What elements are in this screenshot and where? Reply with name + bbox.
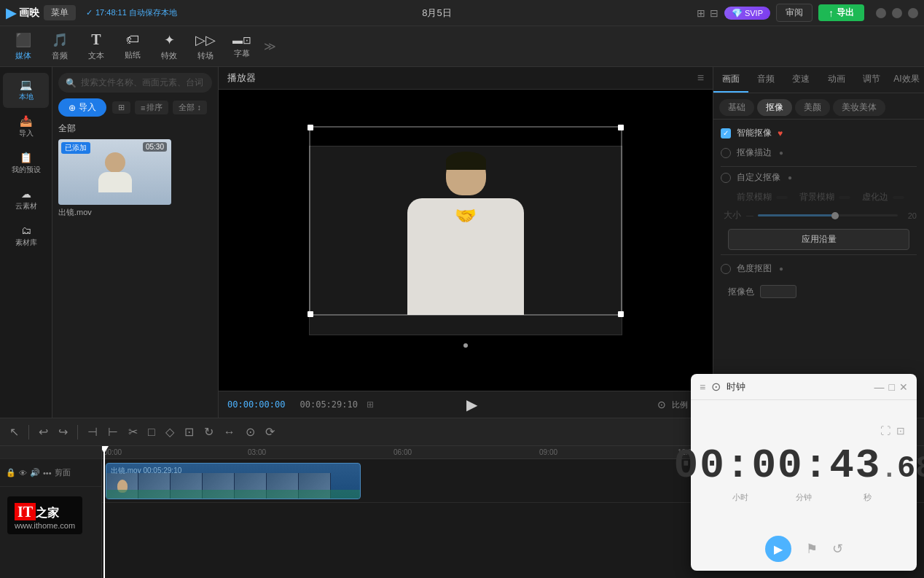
tool-text[interactable]: T 文本 [79,28,114,64]
right-subtab-basic[interactable]: 基础 [719,99,754,116]
review-button[interactable]: 审阅 [776,4,813,22]
right-subtab-beauty[interactable]: 美妆美体 [833,99,885,116]
custom-portrait-toggle-row: 自定义抠像 ● [721,171,917,184]
right-tab-animation[interactable]: 动画 [819,67,854,93]
timecode-options-icon[interactable]: ⊞ [367,399,374,410]
text-icon: T [91,31,101,48]
export-button[interactable]: ↑ 导出 [818,4,864,21]
timer-maximize-button[interactable]: □ [889,381,895,393]
left-tab-library[interactable]: 🗂 素材库 [3,219,49,254]
grid-view-icon[interactable]: ⊞ [697,7,705,19]
timer-shrink-icon[interactable]: ⊡ [896,425,905,437]
timer-play-button[interactable]: ▶ [765,536,791,562]
right-tab-audio[interactable]: 音频 [748,67,783,93]
right-tab-picture[interactable]: 画面 [713,67,748,93]
main-content: 💻 本地 📥 导入 📋 我的预设 ☁ 云素材 [0,67,924,418]
right-tab-speed[interactable]: 变速 [783,67,818,93]
undo-button[interactable]: ↩ [35,423,52,441]
smart-portrait-checkbox[interactable]: ✓ [721,128,731,138]
speed-tool[interactable]: ⊙ [242,423,259,441]
layout-icon[interactable]: ⊟ [710,7,719,19]
crop-icon[interactable]: ⊙ [657,399,666,410]
split-tool[interactable]: ⊣ [84,423,101,441]
loop-tool[interactable]: ⟳ [262,423,278,441]
tool-sticker[interactable]: 🏷 贴纸 [115,29,150,63]
timer-expand-icon[interactable]: ⛶ [880,425,890,437]
player-header: 播放器 ≡ [219,67,713,90]
svip-badge[interactable]: 💎 SVIP [724,7,770,20]
trim-left-tool[interactable]: ⊢ [104,423,122,441]
menu-button[interactable]: 菜单 [44,5,76,20]
bg-blur-label: 背景模糊 [799,191,834,203]
color-portrait-checkbox[interactable] [721,264,731,274]
all-filter-button[interactable]: 全部 ↕ [173,101,207,114]
right-tab-adjust[interactable]: 调节 [854,67,889,93]
maximize-button[interactable]: □ [892,8,902,18]
media-item[interactable]: 已添加 05:30 出镜.mov [58,139,171,218]
minimize-button[interactable]: — [876,8,886,18]
timer-reset-button[interactable]: ↺ [832,541,843,557]
portrait-edge-checkbox[interactable] [721,148,731,158]
timer-close-button[interactable]: ✕ [899,381,908,393]
mask-tool[interactable]: ◇ [162,423,178,441]
custom-portrait-checkbox[interactable] [721,173,731,183]
search-bar[interactable]: 🔍 搜索文件名称、画面元素、台词 [58,73,212,93]
color-swatch[interactable] [760,285,796,298]
smart-portrait-toggle-row: ✓ 智能抠像 ♥ [721,127,917,139]
tool-transition[interactable]: ▷▷ 转场 [188,29,223,64]
timer-menu-icon[interactable]: ≡ [700,381,705,393]
timer-minimize-button[interactable]: — [874,381,885,393]
tool-media[interactable]: ⬛ 媒体 [6,29,41,64]
right-subtab-portrait[interactable]: 抠像 [757,99,792,116]
track-lock-icon[interactable]: 🔒 [6,468,16,477]
size-slider[interactable] [758,214,898,216]
left-tab-preset[interactable]: 📋 我的预设 [3,146,49,181]
right-subtab-filter[interactable]: 美颜 [795,99,830,116]
right-tab-ai[interactable]: AI效果 [889,67,924,93]
timer-clock-icon: ⊙ [711,380,721,394]
timer-display-row: 00:00:43 . 68 [674,442,924,489]
track-audio-icon[interactable]: 🔊 [30,468,40,477]
person-head [446,153,486,195]
crop-tool[interactable]: □ [144,423,159,441]
scroll-indicator [463,340,468,350]
rotate-tool[interactable]: ↻ [200,423,217,441]
frame-tool[interactable]: ⊡ [181,423,197,441]
flip-tool[interactable]: ↔ [220,423,239,441]
tool-audio[interactable]: 🎵 音频 [42,29,77,64]
timer-controls: ▶ ⚑ ↺ [691,527,917,571]
timer-flag-button[interactable]: ⚑ [806,541,818,557]
redo-button[interactable]: ↪ [55,423,71,441]
play-button[interactable]: ▶ [466,396,477,413]
window-controls: — □ ✕ [876,8,918,18]
apply-button[interactable]: 应用沿量 [728,229,909,250]
grid-view-toggle[interactable]: ⊞ [112,101,130,114]
smart-portrait-section: ✓ 智能抠像 ♥ 抠像描边 ● 自定义抠像 ● [713,120,924,310]
media-thumbnail: 已添加 05:30 [58,139,171,205]
import-button[interactable]: ⊕ 导入 [58,98,106,117]
left-tab-local[interactable]: 💻 本地 [3,73,49,108]
video-clip[interactable]: 出镜.mov 00:05:29:10 [106,463,361,499]
left-tab-cloud[interactable]: ☁ 云素材 [3,182,49,217]
slider-min-icon: — [746,211,753,219]
player-menu-icon[interactable]: ≡ [697,71,704,85]
ratio-button[interactable]: 比例 [672,399,688,410]
seconds-label: 秒 [836,492,899,503]
close-button[interactable]: ✕ [908,8,918,18]
clip-label: 出镜.mov 00:05:29:10 [111,466,181,476]
media-duration: 05:30 [143,142,167,152]
ruler-mark-0: 00:00 [103,448,122,456]
select-tool[interactable]: ↖ [6,423,23,441]
smart-portrait-label: 智能抠像 [737,127,772,139]
track-more-icon[interactable]: ••• [43,469,52,477]
left-tab-import[interactable]: 📥 导入 [3,109,49,144]
preset-icon: 📋 [20,152,32,163]
right-panel-main-tabs: 画面 音频 变速 动画 调节 AI效果 [713,67,924,93]
split-at-tool[interactable]: ✂ [125,423,141,441]
more-tools-button[interactable]: ≫ [261,36,279,56]
track-visibility-icon[interactable]: 👁 [19,469,27,477]
total-time: 00:05:29:10 [299,399,357,410]
sort-button[interactable]: ≡ 排序 [135,101,168,114]
tool-effects[interactable]: ✦ 特效 [152,29,187,64]
tool-subtitle[interactable]: ▬⊡ 字幕 [224,31,259,62]
